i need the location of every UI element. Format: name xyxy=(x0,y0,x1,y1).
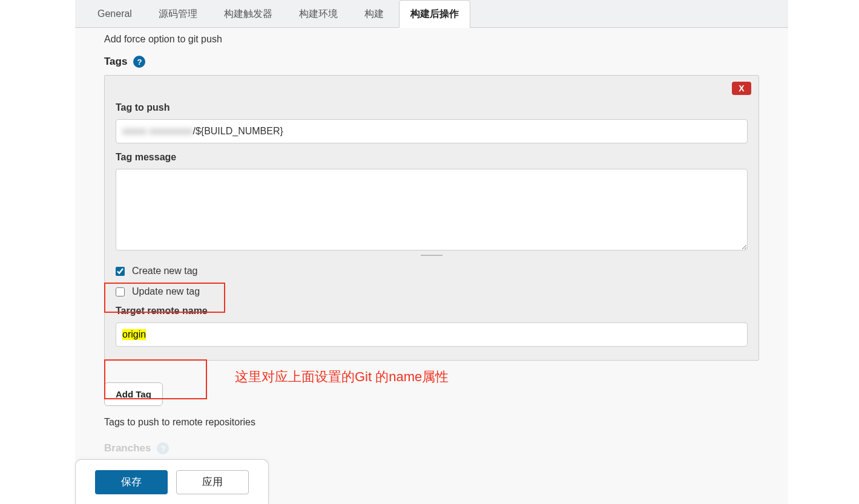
create-new-tag-row: Create new tag xyxy=(116,266,748,277)
create-new-tag-checkbox[interactable] xyxy=(116,267,125,276)
tab-scm[interactable]: 源码管理 xyxy=(147,0,209,27)
tags-heading: Tags ? xyxy=(104,56,759,68)
target-remote-label: Target remote name xyxy=(116,306,748,316)
tag-to-push-input[interactable]: xxxxx xxxxxxxxx/${BUILD_NUMBER} xyxy=(116,119,748,143)
branches-heading-label: Branches xyxy=(104,442,151,454)
help-icon[interactable]: ? xyxy=(157,442,169,454)
tags-subtext: Tags to push to remote repositories xyxy=(104,417,759,428)
footer-overlay: 保存 应用 xyxy=(75,459,281,504)
update-new-tag-row: Update new tag xyxy=(116,286,748,297)
tag-message-input[interactable] xyxy=(116,169,748,250)
tab-postbuild[interactable]: 构建后操作 xyxy=(399,0,470,28)
tag-to-push-label: Tag to push xyxy=(116,102,748,113)
delete-tag-button[interactable]: X xyxy=(732,82,751,95)
branches-heading: Branches ? xyxy=(104,442,759,454)
tab-env[interactable]: 构建环境 xyxy=(288,0,349,27)
postbuild-content: Add force option to git push Tags ? X Ta… xyxy=(75,28,788,504)
target-remote-input[interactable]: origin xyxy=(116,322,748,347)
force-push-note: Add force option to git push xyxy=(104,34,759,45)
config-tabs: General 源码管理 构建触发器 构建环境 构建 构建后操作 xyxy=(75,0,788,28)
tab-build[interactable]: 构建 xyxy=(353,0,395,27)
resize-handle-icon[interactable] xyxy=(421,255,443,256)
apply-button[interactable]: 应用 xyxy=(176,470,249,494)
tag-message-label: Tag message xyxy=(116,152,748,163)
add-tag-button[interactable]: Add Tag xyxy=(104,382,163,406)
tag-card: X Tag to push xxxxx xxxxxxxxx/${BUILD_NU… xyxy=(104,75,759,361)
tags-heading-label: Tags xyxy=(104,56,127,68)
page-root: General 源码管理 构建触发器 构建环境 构建 构建后操作 Add for… xyxy=(0,0,859,504)
update-new-tag-checkbox[interactable] xyxy=(116,287,125,296)
save-button[interactable]: 保存 xyxy=(95,470,168,494)
create-new-tag-label: Create new tag xyxy=(132,266,198,277)
tab-triggers[interactable]: 构建触发器 xyxy=(212,0,284,27)
tab-general[interactable]: General xyxy=(86,0,143,27)
tag-to-push-value: /${BUILD_NUMBER} xyxy=(193,126,283,137)
help-icon[interactable]: ? xyxy=(133,56,145,68)
target-remote-value: origin xyxy=(122,329,146,340)
tag-to-push-masked: xxxxx xxxxxxxxx xyxy=(122,126,193,137)
update-new-tag-label: Update new tag xyxy=(132,286,200,297)
footer-panel: 保存 应用 xyxy=(75,459,269,504)
